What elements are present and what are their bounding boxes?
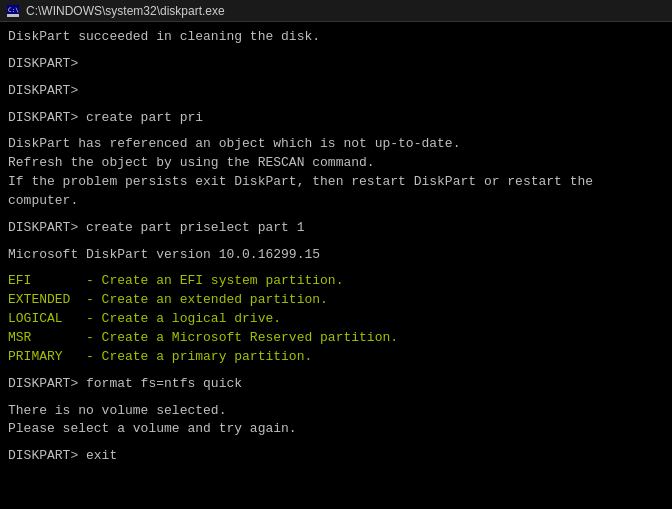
terminal-line: DiskPart has referenced an object which … [8, 135, 664, 154]
terminal-line: computer. [8, 192, 664, 211]
terminal-line: There is no volume selected. [8, 402, 664, 421]
terminal-line: Refresh the object by using the RESCAN c… [8, 154, 664, 173]
cmd-icon: C:\ [6, 4, 20, 18]
title-bar: C:\ C:\WINDOWS\system32\diskpart.exe [0, 0, 672, 22]
terminal-line: DISKPART> create part priselect part 1 [8, 219, 664, 238]
terminal-line: MSR - Create a Microsoft Reserved partit… [8, 329, 664, 348]
terminal-line: PRIMARY - Create a primary partition. [8, 348, 664, 367]
terminal-line: EXTENDED - Create an extended partition. [8, 291, 664, 310]
terminal-line [8, 264, 664, 272]
terminal-line: Microsoft DiskPart version 10.0.16299.15 [8, 246, 664, 265]
terminal-line: DiskPart succeeded in cleaning the disk. [8, 28, 664, 47]
terminal-line: DISKPART> format fs=ntfs quick [8, 375, 664, 394]
terminal-line [8, 101, 664, 109]
terminal-line: DISKPART> create part pri [8, 109, 664, 128]
terminal-line [8, 394, 664, 402]
terminal-line [8, 127, 664, 135]
terminal-line: DISKPART> [8, 82, 664, 101]
terminal-line: DISKPART> [8, 55, 664, 74]
window-title: C:\WINDOWS\system32\diskpart.exe [26, 4, 225, 18]
terminal-line [8, 74, 664, 82]
terminal-line: EFI - Create an EFI system partition. [8, 272, 664, 291]
terminal-line: LOGICAL - Create a logical drive. [8, 310, 664, 329]
terminal-line [8, 238, 664, 246]
terminal-line: DISKPART> exit [8, 447, 664, 466]
terminal-line [8, 47, 664, 55]
terminal-output: DiskPart succeeded in cleaning the disk.… [0, 22, 672, 509]
svg-text:C:\: C:\ [8, 6, 19, 13]
terminal-line: Please select a volume and try again. [8, 420, 664, 439]
terminal-line: If the problem persists exit DiskPart, t… [8, 173, 664, 192]
svg-rect-2 [7, 14, 19, 17]
terminal-line [8, 439, 664, 447]
terminal-line [8, 367, 664, 375]
terminal-line [8, 211, 664, 219]
